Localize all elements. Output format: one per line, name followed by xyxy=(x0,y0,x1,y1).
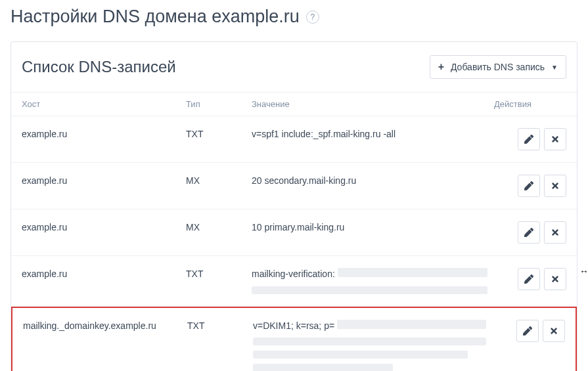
close-icon xyxy=(549,326,558,336)
table-row: example.ruMX20 secondary.mail-king.ru xyxy=(11,163,577,209)
pencil-icon xyxy=(524,135,533,144)
edit-button[interactable] xyxy=(518,175,540,197)
table-row: example.ruMX10 primary.mail-king.ru xyxy=(11,209,577,256)
table-row: mailking._domainkey.example.ruTXTv=DKIM1… xyxy=(11,307,577,371)
edit-button[interactable] xyxy=(518,221,540,244)
caret-down-icon: ▼ xyxy=(551,64,558,71)
table-header-row: Хост Тип Значение Действия xyxy=(11,92,577,116)
table-row: example.ruTXTmailking-verification: ↔ xyxy=(11,256,577,307)
cell-host: example.ru xyxy=(22,268,186,281)
col-header-type: Тип xyxy=(186,99,252,109)
close-icon xyxy=(551,274,560,284)
cell-type: MX xyxy=(186,175,252,188)
cell-value: mailking-verification: xyxy=(252,268,494,294)
delete-button[interactable] xyxy=(543,320,565,342)
resize-cursor-icon: ↔ xyxy=(579,265,588,278)
close-icon xyxy=(551,181,560,190)
cell-value: v=DKIM1; k=rsa; p= xyxy=(253,320,493,371)
col-header-host: Хост xyxy=(22,99,186,109)
page-title: Настройки DNS домена example.ru xyxy=(11,7,300,27)
add-dns-record-button[interactable]: + Добавить DNS запись ▼ xyxy=(430,55,566,79)
pencil-icon xyxy=(524,228,533,237)
close-icon xyxy=(551,135,560,144)
pencil-icon xyxy=(523,326,532,336)
help-icon[interactable]: ? xyxy=(306,11,319,24)
dns-records-panel: Список DNS-записей + Добавить DNS запись… xyxy=(11,41,577,371)
cell-value: v=spf1 include:_spf.mail-king.ru -all xyxy=(252,128,494,141)
cell-host: example.ru xyxy=(22,221,186,234)
cell-actions xyxy=(493,320,565,342)
delete-button[interactable] xyxy=(544,175,566,197)
panel-heading: Список DNS-записей xyxy=(22,58,176,76)
cell-value: 10 primary.mail-king.ru xyxy=(252,221,494,234)
col-header-value: Значение xyxy=(252,99,494,109)
delete-button[interactable] xyxy=(544,128,566,150)
cell-host: example.ru xyxy=(22,128,186,141)
cell-actions xyxy=(494,221,566,244)
close-icon xyxy=(551,228,560,237)
cell-type: TXT xyxy=(186,268,252,281)
edit-button[interactable] xyxy=(518,128,540,150)
table-row: example.ruTXTv=spf1 include:_spf.mail-ki… xyxy=(11,116,577,163)
cell-value: 20 secondary.mail-king.ru xyxy=(252,175,494,188)
plus-icon: + xyxy=(438,61,444,73)
edit-button[interactable] xyxy=(518,268,540,290)
col-header-actions: Действия xyxy=(494,99,566,109)
cell-type: MX xyxy=(186,221,252,234)
cell-type: TXT xyxy=(186,128,252,141)
cell-actions xyxy=(494,175,566,197)
pencil-icon xyxy=(524,181,533,190)
pencil-icon xyxy=(524,274,533,284)
cell-actions xyxy=(494,268,566,290)
add-button-label: Добавить DNS запись xyxy=(451,62,545,72)
delete-button[interactable] xyxy=(544,221,566,244)
cell-actions xyxy=(494,128,566,150)
cell-host: mailking._domainkey.example.ru xyxy=(23,320,187,333)
cell-host: example.ru xyxy=(22,175,186,188)
edit-button[interactable] xyxy=(516,320,539,342)
delete-button[interactable] xyxy=(544,268,566,290)
cell-type: TXT xyxy=(187,320,253,333)
